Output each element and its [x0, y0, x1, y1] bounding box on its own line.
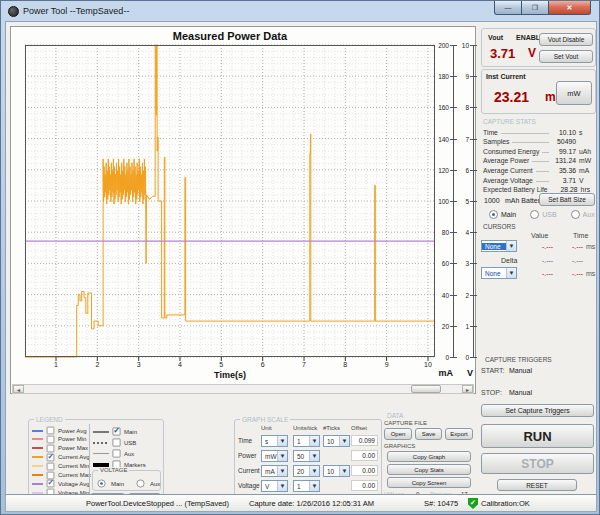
radio-icon[interactable] — [571, 210, 580, 219]
set-vout-button[interactable]: Set Vout — [539, 50, 593, 63]
status-bar: PowerTool.DeviceStopped ... (TempSaved) … — [5, 494, 597, 512]
scale-time-per_tick-select[interactable]: 1▼ — [293, 435, 320, 447]
trigger-stop-value: Manual — [509, 389, 532, 396]
stats-row: Consumed Energy99.17uAh — [483, 145, 595, 155]
voltage-radio-label: Aux — [150, 481, 160, 487]
scale-power-per_tick-select[interactable]: 50▼ — [293, 450, 320, 462]
close-button[interactable]: ✕ — [549, 1, 591, 15]
scroll-thumb[interactable] — [411, 385, 441, 393]
vout-disable-button[interactable]: Vout Disable — [539, 33, 593, 46]
cursor-delta-label: Delta — [501, 257, 517, 264]
stats-row: Time10.10s — [483, 126, 595, 136]
voltage-radio-label: Main — [111, 481, 124, 487]
series-toggle-checkbox[interactable] — [112, 427, 120, 435]
cursor2-select[interactable]: None▼ — [481, 267, 517, 279]
stats-row-label: Average Voltage — [483, 177, 533, 184]
legend-checkbox[interactable] — [47, 444, 55, 452]
series-toggle-checkbox[interactable] — [112, 449, 120, 457]
channel-radio-main[interactable]: Main — [489, 210, 516, 219]
export-button[interactable]: Export — [445, 428, 473, 440]
stats-row-unit: V — [579, 177, 595, 184]
legend-item: Power Max — [32, 444, 88, 453]
copy-stats-button[interactable]: Copy Stats — [387, 464, 471, 475]
stats-row-label: Average Power — [483, 157, 529, 164]
run-button[interactable]: RUN — [481, 424, 594, 448]
chevron-down-icon: ▼ — [277, 451, 287, 461]
legend-checkbox[interactable] — [47, 480, 55, 488]
capture-file-header: CAPTURE FILE — [384, 420, 427, 426]
legend-line-sample — [32, 438, 43, 440]
data-header: DATA — [387, 412, 403, 419]
voltage-radio-main[interactable]: Main — [97, 479, 124, 488]
radio-icon[interactable] — [489, 210, 498, 219]
maximize-button[interactable]: ❐ — [522, 1, 549, 15]
chart-hscrollbar[interactable]: ◂ ▸ — [12, 384, 474, 394]
scale-time-ticks-select[interactable]: 10▼ — [323, 435, 350, 447]
radio-icon[interactable] — [97, 479, 105, 487]
voltage-radio-aux[interactable]: Aux — [136, 479, 160, 488]
scale-current-offset-field[interactable]: 0.00 — [351, 465, 378, 476]
chart-title: Measured Power Data — [25, 30, 435, 42]
cursor1-select[interactable]: None▼ — [481, 240, 517, 252]
ruler-tick-label: 180 — [431, 73, 449, 80]
scale-current-ticks-select[interactable]: 10▼ — [323, 465, 350, 477]
scale-power-unit-select[interactable]: mW▼ — [261, 450, 288, 462]
stop-button[interactable]: STOP — [481, 453, 594, 474]
stats-row-leader — [532, 161, 549, 162]
stats-row-value: 131.24 — [552, 157, 576, 164]
copy-graph-button[interactable]: Copy Graph — [387, 451, 471, 462]
voltage-group: VOLTAGE MainAux — [92, 470, 161, 491]
series-toggle-checkbox[interactable] — [112, 438, 120, 446]
voltage-group-header: VOLTAGE — [98, 467, 129, 473]
scale-col-header: Unit — [261, 425, 272, 431]
ruler-tick-label: 120 — [431, 167, 449, 174]
series-toggle-label: Aux — [124, 451, 134, 457]
scale-time-unit-select[interactable]: s▼ — [261, 435, 288, 447]
ruler-tick — [470, 45, 477, 46]
legend-checkbox[interactable] — [47, 427, 55, 435]
window-title: Power Tool --TempSaved-- — [23, 6, 129, 16]
scale-power-offset-field[interactable]: 0.00 — [351, 450, 378, 461]
scale-time-offset-field[interactable]: 0.099 — [351, 435, 378, 446]
legend-checkbox[interactable] — [47, 436, 55, 444]
vout-unit: V — [528, 46, 536, 60]
scale-voltage-offset-field[interactable]: 0.00 — [351, 480, 378, 491]
capture-stats-rows: Time10.10sSamples50490Consumed Energy99.… — [483, 126, 595, 193]
radio-icon[interactable] — [136, 479, 144, 487]
ruler-tick — [470, 295, 477, 296]
legend-line-sample — [32, 474, 43, 476]
cursor1-time-unit: ms — [586, 243, 595, 250]
series-toggle-usb: USB — [93, 438, 136, 447]
stats-row-leader — [542, 152, 549, 153]
plot-area[interactable] — [25, 45, 435, 357]
set-capture-triggers-button[interactable]: Set Capture Triggers — [481, 404, 594, 417]
inst-current-label: Inst Current — [486, 73, 526, 80]
stats-row-label: Average Current — [483, 167, 533, 174]
ruler-tick-label: 140 — [431, 136, 449, 143]
scale-current-per_tick-select[interactable]: 20▼ — [293, 465, 320, 477]
save-button[interactable]: Save — [415, 428, 442, 440]
trigger-stop-label: STOP: — [481, 389, 502, 396]
legend-checkbox[interactable] — [47, 462, 55, 470]
scale-voltage-per_tick-select[interactable]: 1▼ — [293, 480, 320, 492]
copy-screen-button[interactable]: Copy Screen — [387, 477, 471, 488]
legend-checkbox[interactable] — [47, 453, 55, 461]
open-button[interactable]: Open — [384, 428, 412, 440]
channel-radio-usb[interactable]: USB — [530, 210, 556, 219]
ruler-tick-label: 100 — [431, 198, 449, 205]
ruler-tick — [470, 170, 477, 171]
scroll-left-arrow-icon[interactable]: ◂ — [13, 385, 24, 393]
reset-button[interactable]: RESET — [497, 479, 577, 491]
radio-icon[interactable] — [530, 210, 539, 219]
chevron-down-icon: ▼ — [339, 436, 349, 446]
scale-current-unit-select[interactable]: mA▼ — [261, 465, 288, 477]
scale-voltage-unit-select[interactable]: V▼ — [261, 480, 288, 492]
set-batt-size-button[interactable]: Set Batt Size — [539, 193, 595, 206]
stats-row-label: Samples — [483, 138, 509, 145]
mw-toggle-button[interactable]: mW — [556, 81, 592, 105]
scroll-right-arrow-icon[interactable]: ▸ — [462, 385, 473, 393]
minimize-button[interactable]: — — [494, 1, 522, 15]
legend-line-sample — [32, 447, 43, 449]
channel-radio-aux[interactable]: Aux — [571, 210, 595, 219]
status-capture-date: Capture date: 1/26/2016 12:05:31 AM — [249, 499, 374, 508]
